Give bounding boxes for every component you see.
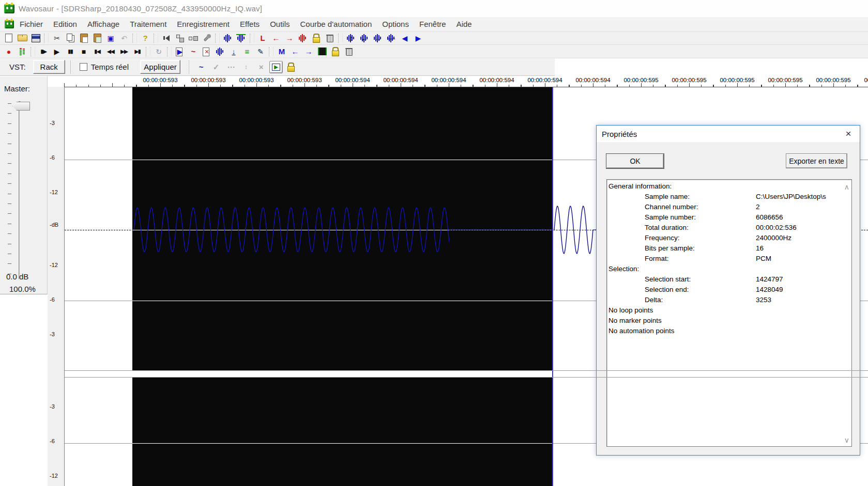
marker-next-icon[interactable]: → (302, 45, 315, 58)
zoom-vertical-icon[interactable]: ↕ (344, 32, 358, 44)
ruler-timestamp: 00:00:00:593 (191, 77, 225, 83)
export-text-button[interactable]: Exporter en texte (786, 153, 847, 168)
dialog-title-bar[interactable]: Propriétés × (597, 126, 860, 142)
fast-forward-icon[interactable]: ▶▶ (117, 45, 131, 58)
resample-icon[interactable] (214, 45, 227, 58)
menu-aide[interactable]: Aide (451, 17, 477, 31)
batch-processor-icon[interactable]: ≡ (240, 45, 254, 58)
rack-button[interactable]: Rack (33, 60, 65, 74)
selection-start-icon[interactable]: ← (358, 32, 371, 44)
realtime-checkbox[interactable] (80, 63, 87, 71)
open-file-icon[interactable] (16, 32, 29, 44)
menu-fichier[interactable]: Fichier (14, 17, 48, 31)
cut-icon[interactable]: ✂ (50, 32, 64, 44)
property-label: Delta: (645, 296, 663, 304)
menu-options[interactable]: Options (377, 17, 414, 31)
play-from-cursor-icon[interactable]: ▮▶ (37, 45, 50, 58)
automation-scale-icon[interactable]: ↕ (239, 61, 253, 73)
property-row: Channel number: 2 (607, 202, 851, 213)
normalize-icon[interactable]: ↓ (227, 45, 240, 58)
ok-button[interactable]: OK (606, 153, 664, 169)
title-bar: Wavosaur - [SDRSharp_20180430_072508Z_43… (0, 0, 868, 17)
scroll-down-icon[interactable]: ∨ (844, 436, 849, 444)
go-start-icon[interactable]: ▮◀ (90, 45, 104, 58)
menu-traitement[interactable]: Traitement (125, 17, 172, 31)
statistics-icon[interactable]: ~ (187, 45, 200, 58)
next-view-icon[interactable]: ▶ (412, 32, 425, 44)
ruler-timestamp: 00:00:00:594 (335, 77, 370, 83)
property-label: Channel number: (645, 203, 698, 211)
apply-button[interactable]: Appliquer (140, 60, 180, 74)
audio-device-icon[interactable] (160, 32, 173, 44)
copy-icon[interactable] (64, 32, 77, 44)
delete-loop-icon[interactable] (342, 45, 356, 58)
marker-block-icon[interactable] (315, 45, 329, 58)
db-scale-label: -3 (50, 120, 58, 126)
vst-panel: VST: Rack Temps réel Appliquer ~ ✓ ⋯ (0, 58, 555, 76)
insert-audio-icon[interactable]: ▶ (173, 45, 187, 58)
crop-selection-icon[interactable]: ▣ (104, 32, 117, 44)
menu-enregistrement[interactable]: Enregistrement (172, 17, 235, 31)
lock-loop-icon[interactable] (329, 45, 342, 58)
paste-special-icon[interactable] (90, 32, 104, 44)
markers-wave-icon[interactable] (296, 32, 310, 44)
property-row: Sample number: 6086656 (607, 213, 851, 223)
loop-marker-icon[interactable]: L (256, 32, 269, 44)
timeline-ruler[interactable]: 00:00:00:593 00:00:00:593 00:00:00:593 0… (0, 76, 868, 87)
app-logo-icon (4, 4, 14, 13)
play-icon[interactable]: ▶ (50, 45, 64, 58)
property-label: Sample number: (645, 213, 696, 221)
marker-prev-icon[interactable]: ← (288, 45, 302, 58)
menu-courbe-automation[interactable]: Courbe d'automation (295, 17, 377, 31)
property-value: 3253 (756, 296, 771, 304)
marker-right-icon[interactable]: → (283, 32, 296, 44)
marker-m-icon[interactable]: M (275, 45, 288, 58)
scroll-up-icon[interactable]: ∧ (844, 183, 849, 191)
menu-affichage[interactable]: Affichage (82, 17, 125, 31)
db-scale-label: -12 (50, 262, 58, 268)
menu-fenetre[interactable]: Fenêtre (414, 17, 451, 31)
toolbar-separator (154, 34, 158, 43)
toolbar-separator (250, 34, 254, 43)
rewind-icon[interactable]: ◀◀ (104, 45, 117, 58)
lock-markers-icon[interactable] (310, 32, 323, 44)
prev-view-icon[interactable]: ◀ (398, 32, 412, 44)
pause-icon[interactable]: ▮▮ (64, 45, 77, 58)
menu-outils[interactable]: Outils (265, 17, 295, 31)
stop-icon[interactable]: ■ (77, 45, 90, 58)
automation-delete-icon[interactable]: × (254, 61, 268, 73)
property-row: Selection end: 1428049 (607, 285, 851, 295)
vst-lock-icon[interactable] (284, 61, 298, 73)
waveform-select-icon[interactable] (221, 32, 235, 44)
marker-left-icon[interactable]: ← (269, 32, 283, 44)
connector-b-icon[interactable] (187, 32, 200, 44)
selection-fit-icon[interactable]: — (385, 32, 398, 44)
automation-apply-icon[interactable]: ✓ (209, 61, 223, 73)
menu-effets[interactable]: Effets (235, 17, 265, 31)
property-row: Frequency: 2400000Hz (607, 233, 851, 244)
record-icon[interactable]: ● (2, 45, 16, 58)
properties-list[interactable]: General information: Sample name: C:\Use… (606, 179, 852, 447)
property-row: Sample name: C:\Users\JP\Desktop\s (607, 192, 851, 202)
connector-a-icon[interactable] (173, 32, 187, 44)
ruler-timestamp: 00:00:00:594 (431, 77, 466, 83)
property-row: No marker points (607, 316, 851, 326)
vst-play-icon[interactable]: ▶ (269, 61, 283, 73)
toolbar-separator (338, 34, 343, 43)
master-volume-handle[interactable] (12, 102, 30, 111)
ruler-timestamp: 00:00:00:595 (720, 77, 754, 83)
selection-end-icon[interactable]: → (371, 32, 385, 44)
master-slider-track[interactable] (19, 101, 21, 279)
delete-audio-icon[interactable]: × (200, 45, 214, 58)
menu-edition[interactable]: Edition (48, 17, 82, 31)
new-file-icon[interactable] (2, 32, 16, 44)
automation-curve-icon[interactable]: ~ (194, 61, 208, 73)
property-label: No marker points (608, 317, 662, 324)
automation-points-icon[interactable]: ⋯ (224, 61, 238, 73)
master-percent-value: 100.0% (9, 285, 36, 293)
db-scale-gutter: -3 -6 -12 -dB -12 -6 -3 -3 -6 -12 (48, 87, 64, 486)
toolbar-separator (167, 47, 172, 56)
close-icon[interactable]: × (841, 127, 856, 141)
paste-icon[interactable] (77, 32, 90, 44)
property-value: 2 (756, 203, 760, 211)
